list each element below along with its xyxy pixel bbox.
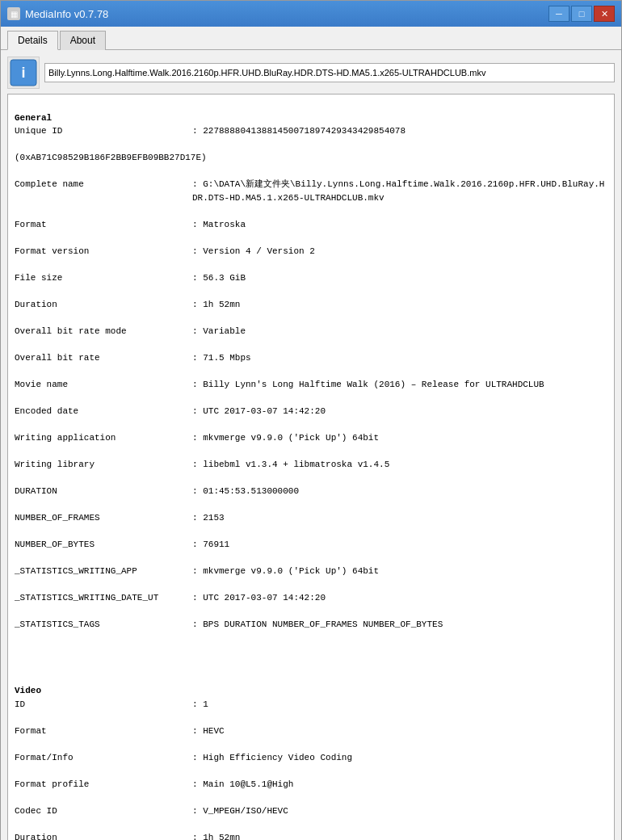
- maximize-button[interactable]: □: [571, 6, 592, 22]
- table-row: NUMBER_OF_FRAMES2153: [15, 511, 607, 525]
- table-row: FormatMatroska: [15, 218, 607, 232]
- table-row: _STATISTICS_WRITING_DATE_UTUTC 2017-03-0…: [15, 591, 607, 605]
- minimize-button[interactable]: ─: [548, 6, 569, 22]
- table-row: Encoded dateUTC 2017-03-07 14:42:20: [15, 405, 607, 418]
- table-row: Overall bit rate modeVariable: [15, 325, 607, 338]
- table-row: Format versionVersion 4 / Version 2: [15, 245, 607, 258]
- table-row: Codec IDV_MPEGH/ISO/HEVC: [15, 804, 607, 818]
- table-row: Format/InfoHigh Efficiency Video Coding: [15, 751, 607, 765]
- table-row: Movie nameBilly Lynn's Long Halftime Wal…: [15, 378, 607, 392]
- content-area: i General Unique ID227888804138814500718…: [1, 50, 621, 840]
- table-row: _STATISTICS_TAGSBPS DURATION NUMBER_OF_F…: [15, 618, 607, 632]
- close-button[interactable]: ✕: [594, 6, 615, 22]
- info-panel[interactable]: General Unique ID22788880413881450071897…: [7, 94, 615, 840]
- table-row: (0xAB71C98529B186F2BB9EFB09BB27D17E): [15, 151, 607, 165]
- svg-text:i: i: [21, 65, 25, 81]
- title-bar-left: ▦ MediaInfo v0.7.78: [7, 7, 108, 20]
- main-window: ▦ MediaInfo v0.7.78 ─ □ ✕ Details About …: [0, 0, 622, 840]
- table-row: DURATION01:45:53.513000000: [15, 485, 607, 498]
- title-bar: ▦ MediaInfo v0.7.78 ─ □ ✕: [1, 1, 621, 27]
- table-row: Unique ID2278888041388145007189742934342…: [15, 124, 607, 138]
- table-row: File size56.3 GiB: [15, 271, 607, 285]
- filename-bar: i: [7, 57, 615, 89]
- table-row: ID1: [15, 698, 607, 712]
- table-row: _STATISTICS_WRITING_APPmkvmerge v9.9.0 (…: [15, 565, 607, 578]
- table-row: Writing applicationmkvmerge v9.9.0 ('Pic…: [15, 431, 607, 445]
- table-row: Format profileMain 10@L5.1@High: [15, 778, 607, 792]
- tab-bar: Details About: [1, 27, 621, 50]
- app-icon: ▦: [7, 7, 20, 20]
- info-content: General Unique ID22788880413881450071897…: [8, 94, 614, 840]
- general-header: General: [15, 113, 52, 123]
- table-row: FormatHEVC: [15, 724, 607, 738]
- tab-details[interactable]: Details: [7, 31, 58, 50]
- window-title: MediaInfo v0.7.78: [25, 8, 108, 20]
- file-icon: i: [7, 57, 40, 89]
- table-row: Overall bit rate71.5 Mbps: [15, 351, 607, 365]
- table-row: Duration1h 52mn: [15, 298, 607, 312]
- table-row: Writing librarylibebml v1.3.4 + libmatro…: [15, 458, 607, 472]
- table-row: Duration1h 52mn: [15, 831, 607, 841]
- table-row: Complete nameG:\DATA\新建文件夹\Billy.Lynns.L…: [15, 178, 607, 204]
- window-controls: ─ □ ✕: [548, 6, 615, 22]
- video-header: Video: [15, 686, 41, 695]
- filename-input[interactable]: [44, 63, 615, 82]
- tab-about[interactable]: About: [60, 31, 106, 50]
- table-row: NUMBER_OF_BYTES76911: [15, 538, 607, 552]
